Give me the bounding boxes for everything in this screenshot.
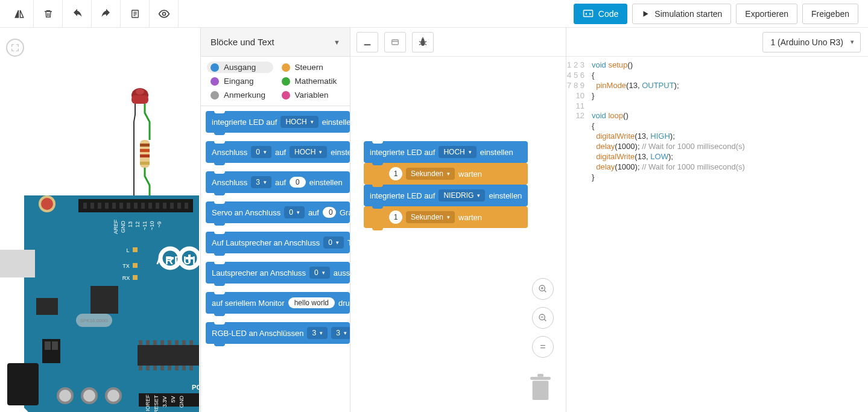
svg-rect-59 [168,340,171,345]
block-dd[interactable]: 0 [309,267,330,279]
stack-block-wait-1[interactable]: 1Sekundenwarten [364,163,528,185]
visibility-button[interactable] [150,0,179,28]
block-dd[interactable]: 0 [251,146,271,158]
block-text: Anschluss [212,148,247,157]
block-dd[interactable]: HOCH [290,146,327,158]
library-button[interactable] [384,32,406,52]
export-button-label: Exportieren [745,9,788,19]
category-mathematik[interactable]: Mathematik [278,75,344,87]
block-text: drucken [338,299,350,308]
svg-rect-29 [177,203,181,209]
svg-rect-81 [45,341,51,350]
zoom-out-button[interactable] [532,307,554,329]
canvas-pane[interactable]: AREF GND 13 12 ~11 ~10 ~9 L TX RX ARDUIN… [0,28,200,412]
svg-text:3.3V: 3.3V [162,396,168,408]
category-variablen[interactable]: Variablen [278,89,344,101]
block-list: integrierte LED aufHOCHeinstellen Anschl… [201,106,350,412]
category-eingang[interactable]: Eingang [207,75,273,87]
view-mode-select[interactable]: Blöcke und Text ▼ [211,32,340,52]
svg-rect-2 [583,10,592,17]
svg-point-5 [136,89,144,95]
simulate-button-label: Simulation starten [654,9,722,19]
block-dd[interactable]: 3 [331,327,350,339]
svg-rect-54 [138,345,199,366]
block-num[interactable]: 1 [389,167,402,180]
block-text: einstellen [480,148,513,157]
block-led-set[interactable]: integrierte LED aufHOCHeinstellen [206,111,350,133]
block-dd[interactable]: 0 [323,236,344,249]
code-editor[interactable]: 1 2 3 4 5 6 7 8 9 10 11 12 void setup() … [566,57,868,412]
svg-rect-56 [146,340,150,345]
workspace-canvas[interactable]: integrierte LED aufHOCHeinstellen 1Sekun… [350,57,566,412]
mirror-button[interactable] [5,0,34,28]
workspace-toolbar [350,28,566,57]
block-rgb-led[interactable]: RGB-LED an Anschlüssen33 [206,322,350,344]
block-text-input[interactable]: hello world [288,297,335,308]
zoom-in-button[interactable] [532,278,554,300]
category-ausgang[interactable]: Ausgang [207,62,273,73]
block-dd[interactable]: 3 [307,327,328,339]
block-text: warten [458,213,482,222]
svg-rect-28 [170,203,174,209]
svg-text:RESET: RESET [153,395,159,412]
svg-rect-67 [168,366,171,370]
stack-block-led-high[interactable]: integrierte LED aufHOCHeinstellen [364,141,528,163]
block-pin-analog[interactable]: Anschluss3auf0einstellen [206,171,350,193]
svg-text:~9: ~9 [156,221,162,227]
svg-rect-66 [160,366,164,370]
simulate-button[interactable]: Simulation starten [632,4,731,24]
svg-rect-27 [163,203,166,209]
undo-button[interactable] [63,0,92,28]
stack-block-wait-2[interactable]: 1Sekundenwarten [364,206,528,228]
svg-text:5V: 5V [170,396,176,402]
share-button[interactable]: Freigeben [802,4,858,24]
block-speaker-off[interactable]: Lautsprecher an Anschluss0ausschalten [206,262,350,284]
zoom-fit-button[interactable] [6,39,24,57]
redo-button[interactable] [92,0,121,28]
download-button[interactable] [356,32,378,52]
block-dd[interactable]: Sekunden [406,168,455,180]
block-dd[interactable]: 0 [284,206,305,218]
svg-rect-30 [185,203,188,209]
svg-rect-9 [140,154,150,157]
svg-rect-53 [90,286,118,314]
circuit-view[interactable]: AREF GND 13 12 ~11 ~10 ~9 L TX RX ARDUIN… [0,80,199,412]
block-text: integrierte LED auf [212,118,277,127]
block-dd[interactable]: 3 [251,176,271,188]
svg-rect-71 [36,298,58,315]
block-dd[interactable]: NIEDRIG [439,189,485,201]
block-num[interactable]: 0 [323,207,336,218]
board-select[interactable]: 1 (Arduino Uno R3) [762,32,861,52]
chevron-down-icon: ▼ [334,39,340,46]
delete-button[interactable] [34,0,63,28]
zoom-reset-button[interactable]: = [532,336,554,358]
notes-button[interactable] [121,0,150,28]
trash-icon[interactable] [528,373,553,405]
block-pin-digital[interactable]: Anschluss0aufHOCHeinstellen [206,141,350,163]
svg-text:12: 12 [135,221,141,227]
block-num[interactable]: 1 [389,211,402,224]
svg-rect-25 [148,203,152,209]
block-serial-print[interactable]: auf seriellem Monitorhello worlddrucken [206,292,350,314]
svg-rect-19 [105,203,109,209]
export-button[interactable]: Exportieren [736,4,797,24]
svg-point-79 [107,390,119,402]
block-servo[interactable]: Servo an Anschluss0auf0Grad [206,201,350,223]
block-text: Grad [340,208,350,217]
block-palette: Blöcke und Text ▼ AusgangSteuernEingangM… [200,28,350,412]
code-button[interactable]: Code [574,4,627,24]
block-num[interactable]: 0 [290,177,306,188]
board-select-label: 1 (Arduino Uno R3) [770,37,843,47]
block-dd[interactable]: HOCH [280,116,318,128]
block-dd[interactable]: Sekunden [406,211,455,223]
debug-button[interactable] [412,32,434,52]
block-dd[interactable]: HOCH [439,146,476,158]
block-speaker-tone[interactable]: Auf Lautsprecher an Anschluss0Ton [206,232,350,253]
block-stack[interactable]: integrierte LED aufHOCHeinstellen 1Sekun… [364,141,528,228]
svg-rect-21 [119,203,123,209]
view-mode-label: Blöcke und Text [211,37,274,47]
category-steuern[interactable]: Steuern [278,62,344,73]
category-anmerkung[interactable]: Anmerkung [207,89,273,101]
stack-block-led-low[interactable]: integrierte LED aufNIEDRIGeinstellen [364,185,528,206]
workspace[interactable]: integrierte LED aufHOCHeinstellen 1Sekun… [350,28,566,412]
